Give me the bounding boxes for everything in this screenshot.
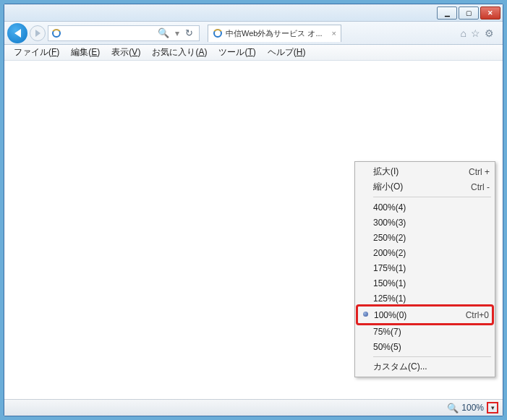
home-icon[interactable]: ⌂	[461, 27, 466, 39]
nav-toolbar: 🔍 ▾ ↻ 中信Web外為サービス オ... × ⌂ ☆ ⚙	[4, 22, 503, 45]
menu-label: 125%(1)	[373, 293, 406, 304]
maximize-icon: ▢	[466, 9, 472, 17]
back-button[interactable]	[7, 23, 27, 43]
zoom-level-item[interactable]: 200%(2)	[357, 245, 493, 260]
zoom-level-item[interactable]: 300%(3)	[357, 215, 493, 230]
menu-tools[interactable]: ツール(T)	[213, 45, 260, 60]
menu-shortcut: Ctrl -	[471, 182, 490, 192]
close-button[interactable]: ✕	[480, 7, 500, 20]
menu-view[interactable]: 表示(V)	[106, 45, 145, 60]
menu-label: 75%(7)	[373, 327, 401, 337]
menu-separator	[373, 197, 491, 197]
arrow-right-icon	[35, 30, 41, 37]
zoom-level-item[interactable]: 250%(2)	[357, 230, 493, 245]
zoom-level-item[interactable]: 50%(5)	[357, 339, 493, 354]
zoom-percent[interactable]: 100%	[461, 403, 484, 413]
menu-label: 200%(2)	[373, 248, 406, 258]
zoom-level-item[interactable]: 175%(1)	[357, 260, 493, 275]
menu-label: 175%(1)	[373, 263, 406, 273]
search-icon[interactable]: 🔍	[155, 27, 172, 38]
zoom-dropdown-button[interactable]: ▾	[487, 402, 498, 413]
tab-title: 中信Web外為サービス オ...	[226, 28, 323, 39]
menu-label: カスタム(C)...	[373, 361, 427, 373]
zoom-100-item[interactable]: 100%(0) Ctrl+0	[358, 307, 492, 323]
ie-icon	[213, 28, 223, 38]
zoom-custom-item[interactable]: カスタム(C)...	[357, 359, 493, 374]
menu-label: 縮小(O)	[373, 181, 403, 193]
zoom-level-item[interactable]: 150%(1)	[357, 275, 493, 291]
menu-shortcut: Ctrl+0	[466, 310, 489, 320]
menu-label: 拡大(I)	[373, 166, 399, 178]
menu-label: 250%(2)	[373, 233, 406, 243]
address-bar[interactable]: 🔍 ▾ ↻	[48, 25, 200, 41]
menu-label: 400%(4)	[373, 202, 406, 213]
menu-help[interactable]: ヘルプ(H)	[263, 45, 311, 60]
menu-edit[interactable]: 編集(E)	[66, 45, 105, 60]
menu-label: 150%(1)	[373, 278, 406, 288]
refresh-icon[interactable]: ↻	[182, 27, 196, 38]
minimize-icon: ▁	[445, 9, 450, 17]
menu-label: 300%(3)	[373, 218, 406, 228]
menu-separator	[373, 356, 491, 357]
bullet-icon	[363, 312, 368, 317]
ie-icon	[51, 28, 61, 38]
status-bar: 🔍 100% ▾	[4, 399, 503, 416]
content-area: 拡大(I) Ctrl + 縮小(O) Ctrl - 400%(4) 300%(3…	[4, 61, 503, 399]
zoom-level-item[interactable]: 400%(4)	[357, 200, 493, 215]
zoom-level-item[interactable]: 75%(7)	[357, 324, 493, 339]
minimize-button[interactable]: ▁	[437, 7, 457, 20]
browser-tab[interactable]: 中信Web外為サービス オ... ×	[208, 25, 341, 42]
highlighted-selection: 100%(0) Ctrl+0	[356, 304, 494, 325]
menu-shortcut: Ctrl +	[469, 167, 490, 177]
zoom-in-item[interactable]: 拡大(I) Ctrl +	[357, 164, 493, 179]
arrow-left-icon	[14, 29, 21, 38]
maximize-button[interactable]: ▢	[459, 7, 479, 20]
menu-label: 50%(5)	[373, 342, 401, 352]
menu-favorites[interactable]: お気に入り(A)	[147, 45, 212, 60]
menu-bar: ファイル(F) 編集(E) 表示(V) お気に入り(A) ツール(T) ヘルプ(…	[4, 45, 503, 61]
chevron-down-icon: ▾	[491, 404, 495, 411]
tools-icon[interactable]: ⚙	[485, 27, 494, 39]
zoom-context-menu: 拡大(I) Ctrl + 縮小(O) Ctrl - 400%(4) 300%(3…	[354, 161, 495, 377]
magnifier-icon[interactable]: 🔍	[447, 403, 459, 413]
favorites-icon[interactable]: ☆	[471, 27, 480, 39]
browser-window: ▁ ▢ ✕ 🔍 ▾ ↻ 中信Web外為サービス オ... × ⌂ ☆ ⚙	[4, 4, 503, 416]
tab-close-icon[interactable]: ×	[332, 29, 336, 38]
menu-file[interactable]: ファイル(F)	[9, 45, 64, 60]
zoom-out-item[interactable]: 縮小(O) Ctrl -	[357, 179, 493, 194]
forward-button[interactable]	[30, 25, 46, 41]
menu-label: 100%(0)	[374, 310, 406, 320]
titlebar: ▁ ▢ ✕	[4, 4, 503, 22]
close-icon: ✕	[487, 9, 493, 17]
zoom-level-item[interactable]: 125%(1)	[357, 291, 493, 306]
